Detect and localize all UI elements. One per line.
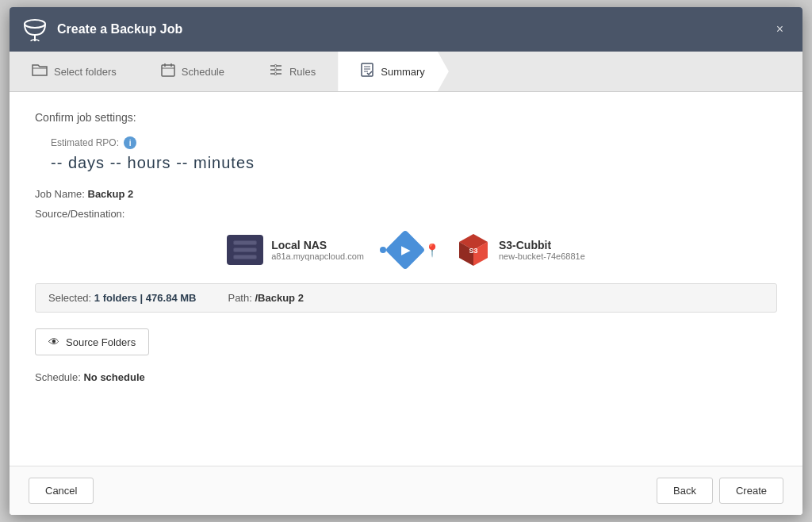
- tab-schedule-label: Schedule: [182, 66, 224, 78]
- source-dest-label: Source/Destination:: [35, 208, 777, 220]
- tab-select-folders[interactable]: Select folders: [10, 52, 139, 91]
- path-info: Path: /Backup 2: [228, 292, 303, 304]
- footer-right: Back Create: [657, 478, 783, 504]
- selection-bar: Selected: 1 folders | 476.84 MB Path: /B…: [35, 283, 777, 313]
- svg-rect-3: [162, 65, 174, 76]
- svg-point-0: [25, 20, 45, 28]
- close-button[interactable]: ×: [770, 19, 790, 40]
- dest-endpoint: S3 S3-Cubbit new-bucket-74e6881e: [456, 232, 585, 267]
- source-folders-label: Source Folders: [66, 336, 136, 348]
- diamond-icon: ▶: [385, 230, 426, 271]
- tab-rules[interactable]: Rules: [247, 52, 338, 91]
- create-button[interactable]: Create: [719, 478, 783, 504]
- path-value: /Backup 2: [255, 292, 303, 304]
- nas-drive-2: [233, 248, 257, 252]
- rpo-label-text: Estimated RPO:: [51, 137, 119, 148]
- calendar-icon: [161, 63, 175, 80]
- schedule-value: No schedule: [83, 371, 144, 383]
- nas-icon: [227, 235, 263, 265]
- source-endpoint: Local NAS a81a.myqnapcloud.com: [227, 235, 364, 265]
- tab-rules-label: Rules: [289, 66, 316, 78]
- nas-drive-1: [233, 240, 257, 245]
- footer: Cancel Back Create: [10, 466, 802, 515]
- rpo-section: Estimated RPO: i -- days -- hours -- min…: [51, 136, 777, 172]
- selected-info: Selected: 1 folders | 476.84 MB: [48, 292, 196, 304]
- rpo-value: -- days -- hours -- minutes: [51, 154, 777, 172]
- path-prefix: Path:: [228, 292, 251, 304]
- dialog-title: Create a Backup Job: [57, 22, 182, 36]
- back-button[interactable]: Back: [657, 478, 713, 504]
- tab-summary-label: Summary: [381, 66, 425, 78]
- job-name-value: Backup 2: [88, 188, 134, 200]
- tab-schedule[interactable]: Schedule: [139, 52, 247, 91]
- rules-icon: [269, 63, 283, 80]
- svg-text:S3: S3: [469, 247, 477, 255]
- dest-address: new-bucket-74e6881e: [499, 251, 585, 261]
- svg-point-14: [274, 69, 277, 71]
- source-dest-row: Local NAS a81a.myqnapcloud.com ▶ 📍: [35, 232, 777, 267]
- source-info: Local NAS a81a.myqnapcloud.com: [271, 239, 364, 261]
- tab-summary[interactable]: Summary: [338, 52, 449, 91]
- connection-arrow: ▶ 📍: [380, 234, 440, 266]
- source-name: Local NAS: [271, 239, 364, 251]
- tabs-bar: Select folders Schedule: [10, 52, 802, 92]
- rpo-label-row: Estimated RPO: i: [51, 136, 777, 149]
- nas-drive-3: [233, 255, 257, 259]
- app-icon: [22, 17, 48, 42]
- job-name-row: Job Name: Backup 2: [35, 188, 777, 200]
- svg-rect-16: [362, 63, 373, 76]
- eye-icon: 👁: [48, 336, 59, 348]
- source-folders-button[interactable]: 👁 Source Folders: [35, 328, 149, 355]
- tab-select-folders-label: Select folders: [54, 66, 117, 78]
- create-backup-dialog: Create a Backup Job × Select folders: [10, 7, 802, 515]
- pin-icon: 📍: [424, 243, 440, 258]
- folder-icon: [32, 63, 48, 80]
- dest-name: S3-Cubbit: [499, 239, 585, 251]
- s3-icon: S3: [456, 232, 491, 267]
- title-bar: Create a Backup Job ×: [10, 7, 802, 52]
- confirm-label: Confirm job settings:: [35, 111, 777, 124]
- selected-value: 1 folders | 476.84 MB: [94, 292, 197, 304]
- main-content: Confirm job settings: Estimated RPO: i -…: [10, 92, 802, 466]
- svg-point-15: [274, 73, 277, 75]
- selected-prefix: Selected:: [48, 292, 91, 304]
- cancel-button[interactable]: Cancel: [29, 478, 94, 504]
- schedule-prefix: Schedule:: [35, 371, 81, 383]
- summary-icon: [360, 63, 374, 80]
- svg-point-13: [274, 65, 277, 67]
- job-name-prefix: Job Name:: [35, 188, 85, 200]
- info-icon[interactable]: i: [124, 136, 136, 149]
- dest-info: S3-Cubbit new-bucket-74e6881e: [499, 239, 585, 261]
- source-address: a81a.myqnapcloud.com: [271, 251, 364, 261]
- schedule-row: Schedule: No schedule: [35, 371, 777, 383]
